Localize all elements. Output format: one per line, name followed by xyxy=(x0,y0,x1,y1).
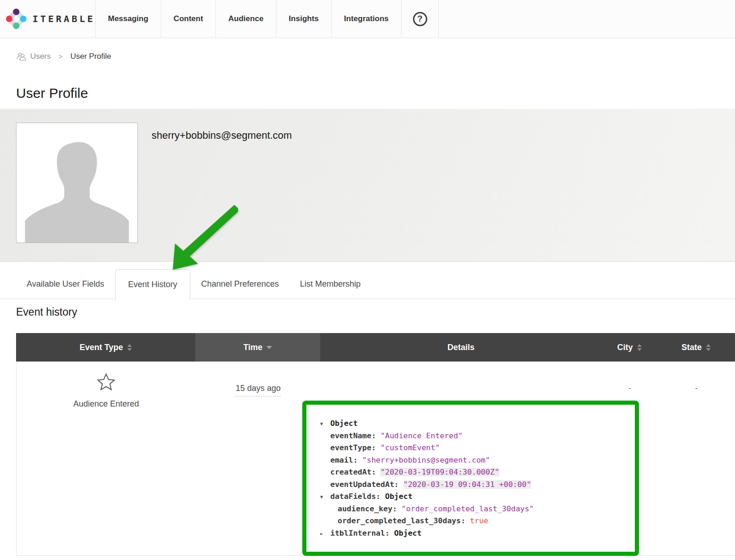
iterable-logo-icon xyxy=(6,8,27,29)
time-cell: 15 days ago xyxy=(196,384,321,393)
nav-item-audience[interactable]: Audience xyxy=(216,0,277,38)
sort-arrows-icon xyxy=(706,344,711,351)
json-key: order_completed_last_30days: xyxy=(338,516,470,525)
tabs-row: Available User FieldsEvent HistoryChanne… xyxy=(16,269,371,300)
user-email: sherry+bobbins@segment.com xyxy=(152,130,292,141)
nav-item-insights[interactable]: Insights xyxy=(277,0,332,38)
json-key: createdAt: xyxy=(330,468,380,476)
table-header: Event TypeTimeDetailsCityState xyxy=(16,333,735,362)
top-nav: ITERABLE MessagingContentAudienceInsight… xyxy=(0,0,735,38)
json-key: eventName: xyxy=(330,431,380,440)
iterable-app: ITERABLE MessagingContentAudienceInsight… xyxy=(0,0,735,560)
column-header-time[interactable]: Time xyxy=(195,333,320,362)
event-type-cell: Audience Entered xyxy=(17,372,196,409)
nav-item-messaging[interactable]: Messaging xyxy=(96,0,161,38)
json-key: audience_key: xyxy=(338,504,401,513)
json-line: order_completed_last_30days: true xyxy=(306,515,628,527)
star-icon xyxy=(96,372,117,393)
json-object-label: Object xyxy=(394,529,422,537)
json-key: eventUpdatedAt: xyxy=(330,480,403,489)
tab-list-membership[interactable]: List Membership xyxy=(289,269,371,299)
nav-item-integrations[interactable]: Integrations xyxy=(332,0,401,38)
breadcrumb-users-link[interactable]: Users xyxy=(16,51,51,61)
json-value: "order_completed_last_30days" xyxy=(401,504,534,513)
event-history-table: Event TypeTimeDetailsCityState Audience … xyxy=(16,333,735,556)
json-value: "2020-03-19T09:04:30.000Z" xyxy=(380,468,499,476)
json-line: createdAt: "2020-03-19T09:04:30.000Z" xyxy=(306,466,628,479)
nav-item-content[interactable]: Content xyxy=(161,0,216,38)
json-value: "2020-03-19 09:04:31 +00:00" xyxy=(403,480,531,489)
tab-available-user-fields[interactable]: Available User Fields xyxy=(16,269,115,299)
sort-arrows-icon xyxy=(127,344,132,351)
nav-menu: MessagingContentAudienceInsightsIntegrat… xyxy=(96,0,401,38)
page-title: User Profile xyxy=(16,85,88,101)
json-value: "Audience Entered" xyxy=(380,431,463,440)
users-icon xyxy=(16,51,27,61)
brand-wordmark: ITERABLE xyxy=(33,13,95,24)
breadcrumb-current: User Profile xyxy=(70,52,111,61)
json-line: email: "sherry+bobbins@segment.com" xyxy=(306,454,628,467)
breadcrumb: Users > User Profile xyxy=(16,51,111,61)
brand-logo[interactable]: ITERABLE xyxy=(0,0,96,38)
avatar-placeholder-icon xyxy=(17,123,137,243)
json-line: ►itblInternal: Object xyxy=(306,527,628,540)
help-icon: ? xyxy=(413,12,427,26)
profile-header: sherry+bobbins@segment.com xyxy=(0,109,735,262)
column-header-details: Details xyxy=(320,333,602,362)
json-object-label: Object xyxy=(330,419,358,428)
event-history-heading: Event history xyxy=(16,306,77,318)
column-label: State xyxy=(681,343,701,352)
sort-arrows-icon xyxy=(637,344,642,351)
relative-time[interactable]: 15 days ago xyxy=(236,384,281,396)
column-header-state[interactable]: State xyxy=(657,333,735,362)
column-label: City xyxy=(617,343,633,352)
state-cell: - xyxy=(657,384,735,393)
json-key: eventType: xyxy=(330,443,380,452)
table-row: Audience Entered 15 days ago - - ▼Object… xyxy=(16,362,735,556)
json-line: ▼Object xyxy=(306,418,628,430)
json-line: eventUpdatedAt: "2020-03-19 09:04:31 +00… xyxy=(306,479,628,491)
json-key: email: xyxy=(330,456,362,464)
column-header-event-type[interactable]: Event Type xyxy=(16,333,195,362)
sort-desc-icon xyxy=(266,346,272,349)
json-value: "sherry+bobbins@segment.com" xyxy=(362,456,490,464)
column-label: Time xyxy=(243,343,263,352)
city-cell: - xyxy=(602,384,657,393)
event-type-label: Audience Entered xyxy=(17,399,196,409)
json-object-label: Object xyxy=(385,492,413,501)
column-header-city[interactable]: City xyxy=(602,333,657,362)
profile-tabs: Available User FieldsEvent HistoryChanne… xyxy=(0,262,735,300)
tab-channel-preferences[interactable]: Channel Preferences xyxy=(191,269,289,299)
column-label: Event Type xyxy=(79,343,123,352)
column-label: Details xyxy=(447,343,475,352)
json-key: dataFields: xyxy=(330,492,385,501)
event-details-json: ▼ObjecteventName: "Audience Entered"even… xyxy=(302,401,639,556)
json-value: true xyxy=(470,516,488,525)
json-line: ▼dataFields: Object xyxy=(306,491,628,503)
breadcrumb-root-label: Users xyxy=(30,52,51,61)
json-line: audience_key: "order_completed_last_30da… xyxy=(306,503,628,515)
json-key: itblInternal: xyxy=(330,529,394,537)
json-line: eventType: "customEvent" xyxy=(306,442,628,454)
json-line: eventName: "Audience Entered" xyxy=(306,430,628,442)
help-button[interactable]: ? xyxy=(401,0,439,38)
avatar xyxy=(16,123,138,243)
breadcrumb-separator: > xyxy=(58,52,62,60)
tab-event-history[interactable]: Event History xyxy=(115,269,190,300)
collapse-toggle-icon[interactable]: ▼ xyxy=(320,491,323,503)
collapse-toggle-icon[interactable]: ▼ xyxy=(320,418,323,430)
json-value: "customEvent" xyxy=(380,443,440,452)
expand-toggle-icon[interactable]: ► xyxy=(320,528,323,540)
